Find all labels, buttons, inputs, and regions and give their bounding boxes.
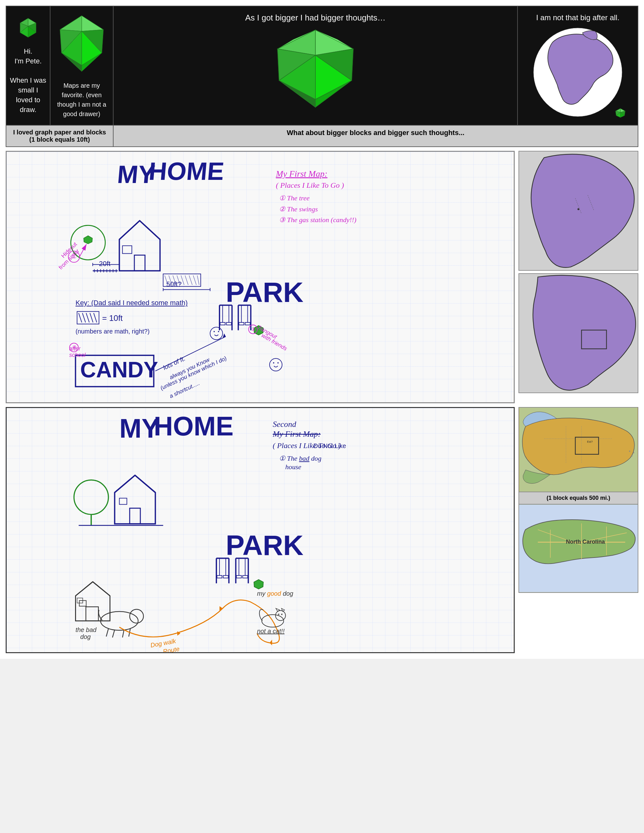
svg-rect-83 xyxy=(226,322,231,325)
svg-point-176 xyxy=(130,609,143,623)
map-panel-2: MY HOME PARK xyxy=(6,407,515,653)
svg-rect-89 xyxy=(239,322,244,325)
north-america-svg-1 xyxy=(519,151,638,270)
bigger-text: As I got bigger I had bigger thoughts… xyxy=(245,13,385,23)
svg-text:② The swings: ② The swings xyxy=(279,206,318,213)
panel-bigger: As I got bigger I had bigger thoughts… xyxy=(114,6,518,125)
svg-text:the bad: the bad xyxy=(76,626,97,633)
svg-text:CANDY: CANDY xyxy=(80,357,158,382)
svg-rect-40 xyxy=(134,255,145,271)
svg-rect-151 xyxy=(217,576,222,578)
svg-text:①: ① xyxy=(72,253,77,260)
svg-line-138 xyxy=(115,475,135,492)
svg-text:③: ③ xyxy=(72,344,77,350)
middle-row: MY HOME xyxy=(6,151,638,403)
svg-text:not a cat!!: not a cat!! xyxy=(257,627,285,635)
svg-line-38 xyxy=(119,220,140,240)
svg-line-169 xyxy=(93,582,110,596)
svg-point-126 xyxy=(273,362,275,363)
bigger-gem-icon xyxy=(265,24,366,118)
svg-marker-160 xyxy=(254,580,263,589)
svg-rect-170 xyxy=(86,607,98,621)
svg-rect-90 xyxy=(245,322,250,325)
svg-text:Route: Route xyxy=(162,645,180,652)
block-caption: (1 block equals 500 mi.) xyxy=(519,492,638,505)
usa-svg: Est? xyxy=(519,408,638,492)
bottom-right-maps: Est? (1 block equals 500 mi.) xyxy=(519,407,638,653)
svg-point-125 xyxy=(270,359,282,371)
svg-text:20ft: 20ft xyxy=(99,260,110,268)
svg-text:Do Not Like: Do Not Like xyxy=(313,442,346,449)
svg-point-132 xyxy=(577,208,579,210)
globe-text: I am not that big after all. xyxy=(536,13,619,22)
caption-left: I loved graph paper and blocks (1 block … xyxy=(6,125,114,146)
svg-text:②: ② xyxy=(251,326,255,332)
svg-text:( Places I Like To Go ): ( Places I Like To Go ) xyxy=(276,181,344,189)
svg-text:My First Map:: My First Map: xyxy=(273,429,321,439)
svg-point-202 xyxy=(629,450,630,452)
caption-right: What about bigger blocks and bigger such… xyxy=(114,125,638,146)
svg-line-102 xyxy=(90,313,93,322)
north-america-svg-2 xyxy=(519,274,638,392)
svg-marker-8 xyxy=(82,16,103,31)
panel-maps: Maps are my favorite. (even though I am … xyxy=(50,6,114,125)
svg-text:50ft?: 50ft? xyxy=(166,280,181,288)
svg-line-39 xyxy=(140,220,160,240)
bottom-row: MY HOME PARK xyxy=(6,407,638,653)
svg-text:HOME: HOME xyxy=(148,157,225,185)
svg-point-107 xyxy=(214,331,215,332)
svg-text:Est?: Est? xyxy=(587,440,593,443)
map-drawing-2: MY HOME PARK xyxy=(6,408,514,652)
svg-line-178 xyxy=(112,630,115,638)
map-panel-1: MY HOME xyxy=(6,151,515,403)
svg-rect-159 xyxy=(243,576,247,578)
svg-text:MY: MY xyxy=(119,414,159,443)
map-drawing-1: MY HOME xyxy=(6,152,514,402)
svg-text:North Carolina: North Carolina xyxy=(566,539,605,545)
svg-rect-82 xyxy=(220,322,225,325)
svg-text:PARK: PARK xyxy=(226,277,304,308)
svg-text:house: house xyxy=(285,463,301,471)
svg-line-74 xyxy=(193,275,196,285)
svg-line-99 xyxy=(79,313,82,322)
panel-globe: I am not that big after all. xyxy=(518,6,638,125)
globe-icon xyxy=(527,23,628,118)
svg-point-189 xyxy=(276,611,286,621)
svg-line-101 xyxy=(86,313,89,322)
svg-point-106 xyxy=(210,327,223,340)
svg-rect-41 xyxy=(122,246,132,254)
right-maps-1 xyxy=(519,151,638,403)
panel-hi: Hi. I'm Pete. When I was small I loved t… xyxy=(6,6,50,125)
svg-marker-183 xyxy=(270,640,272,645)
maps-text: Maps are my favorite. (even though I am … xyxy=(54,81,110,119)
svg-rect-152 xyxy=(223,576,228,578)
svg-line-179 xyxy=(122,630,124,638)
svg-text:= 10ft: = 10ft xyxy=(102,314,123,322)
svg-text:① The bad dog: ① The bad dog xyxy=(279,455,322,462)
svg-text:HOME: HOME xyxy=(154,412,234,441)
svg-point-203 xyxy=(631,455,632,457)
svg-line-103 xyxy=(94,313,97,322)
svg-text:school: school xyxy=(69,352,86,358)
svg-line-75 xyxy=(198,275,199,285)
svg-line-168 xyxy=(76,582,93,596)
svg-marker-9 xyxy=(60,16,82,31)
svg-rect-141 xyxy=(119,498,127,505)
svg-rect-158 xyxy=(236,576,242,578)
svg-line-100 xyxy=(82,313,85,322)
svg-text:Second: Second xyxy=(273,420,297,429)
nc-svg: North Carolina xyxy=(519,505,638,592)
svg-rect-140 xyxy=(130,508,140,524)
svg-text:(numbers are math, right?): (numbers are math, right?) xyxy=(75,328,149,335)
caption-row: I loved graph paper and blocks (1 block … xyxy=(6,125,638,147)
north-america-map-2 xyxy=(519,273,638,393)
svg-point-127 xyxy=(278,362,279,363)
greeting-text: Hi. I'm Pete. When I was small I loved t… xyxy=(10,47,47,115)
svg-text:My First Map:: My First Map: xyxy=(276,169,328,178)
svg-line-139 xyxy=(135,475,156,492)
top-row: Hi. I'm Pete. When I was small I loved t… xyxy=(6,6,638,125)
svg-text:dog: dog xyxy=(80,633,90,640)
svg-text:Key: (Dad said I needed some m: Key: (Dad said I needed some math) xyxy=(75,299,188,307)
svg-marker-137 xyxy=(115,475,156,524)
svg-point-204 xyxy=(633,452,634,453)
